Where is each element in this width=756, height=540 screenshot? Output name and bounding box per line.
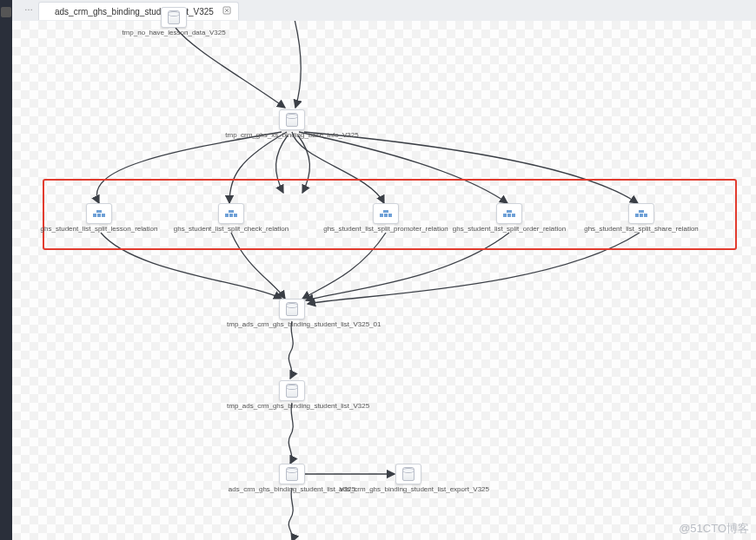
node-label: ghs_student_list_split_promoter_relation xyxy=(323,226,448,234)
node-label: ghs_student_list_split_lesson_relation xyxy=(41,226,158,234)
active-tab[interactable]: ads_crm_ghs_binding_student_list_V325 xyxy=(38,2,239,20)
node-label: tmp_ads_crm_ghs_binding_student_list_V32… xyxy=(227,321,357,329)
tab-prev-dots[interactable]: … xyxy=(24,3,33,12)
node-tmp-binding-student-list-01[interactable] xyxy=(279,299,305,319)
node-split-promoter-relation[interactable] xyxy=(373,203,399,224)
node-label: ghs_student_list_split_check_relation xyxy=(174,226,289,234)
left-rail xyxy=(0,0,12,540)
node-tmp-crm-ghs-xs-binding-base[interactable] xyxy=(279,109,305,130)
node-split-lesson-relation[interactable] xyxy=(86,203,112,224)
node-split-check-relation[interactable] xyxy=(218,203,244,224)
diagram-canvas[interactable]: tmp_no_have_lesson_data_V325 tmp_crm_ghs… xyxy=(12,21,756,540)
node-label: tmp_no_have_lesson_data_V325 xyxy=(122,30,225,37)
tab-bar: … ads_crm_ghs_binding_student_list_V325 xyxy=(12,0,756,22)
close-icon[interactable] xyxy=(222,6,231,15)
node-label: tmp_crm_ghs_xs_binding_base_info_V325 xyxy=(225,132,358,140)
edge-layer xyxy=(12,21,756,540)
node-label: ghs_student_list_split_share_relation xyxy=(584,226,699,234)
node-tmp-no-have-lesson[interactable] xyxy=(161,7,187,28)
node-label: tmp_ads_crm_ghs_binding_student_list_V32… xyxy=(227,403,357,411)
node-label: ads_crm_ghs_binding_student_list_export_… xyxy=(339,486,478,494)
node-split-order-relation[interactable] xyxy=(496,203,522,224)
tab-title: ads_crm_ghs_binding_student_list_V325 xyxy=(55,7,214,16)
node-split-share-relation[interactable] xyxy=(628,203,654,224)
node-tmp-binding-student-list[interactable] xyxy=(279,380,305,401)
node-label: ads_crm_ghs_binding_student_list_V325 xyxy=(227,486,357,494)
rail-icon xyxy=(1,7,11,17)
node-ads-binding-student-list-export[interactable] xyxy=(395,464,421,484)
node-label: ghs_student_list_split_order_relation xyxy=(453,226,566,234)
node-ads-binding-student-list[interactable] xyxy=(279,464,305,484)
